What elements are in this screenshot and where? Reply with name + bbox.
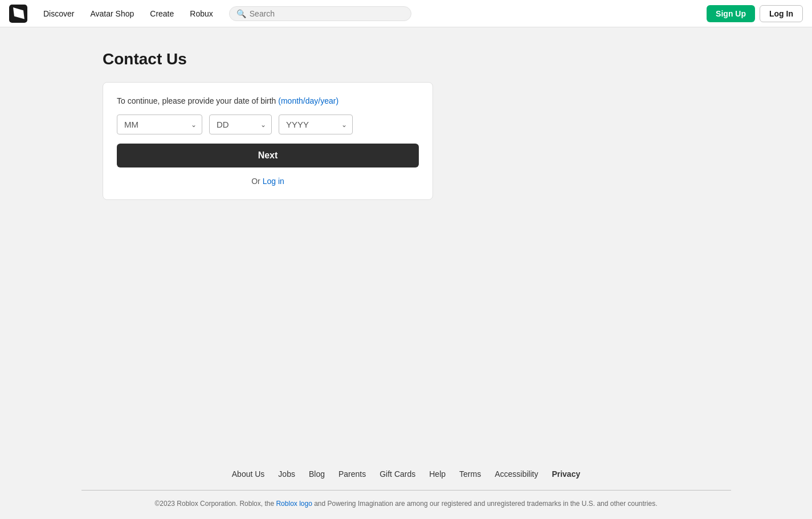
year-select[interactable]: YYYY 20232022 20152010 20052000 19951990… xyxy=(279,115,353,134)
day-select[interactable]: DD 010203 040506 070809 101112 131415 16… xyxy=(209,115,272,134)
main-content: Contact Us To continue, please provide y… xyxy=(0,27,812,451)
navbar: Discover Avatar Shop Create Robux 🔍 Sign… xyxy=(0,0,812,27)
footer-parents[interactable]: Parents xyxy=(338,469,366,479)
next-button[interactable]: Next xyxy=(117,144,419,167)
footer-terms[interactable]: Terms xyxy=(459,469,481,479)
card-description: To continue, please provide your date of… xyxy=(117,96,419,105)
description-text: To continue, please provide your date of… xyxy=(117,96,278,105)
search-icon: 🔍 xyxy=(236,9,246,18)
footer-gift-cards[interactable]: Gift Cards xyxy=(380,469,415,479)
nav-robux[interactable]: Robux xyxy=(183,6,219,22)
footer-divider xyxy=(81,490,731,491)
footer-links: About Us Jobs Blog Parents Gift Cards He… xyxy=(0,469,812,479)
nav-avatar-shop[interactable]: Avatar Shop xyxy=(83,6,141,22)
footer: About Us Jobs Blog Parents Gift Cards He… xyxy=(0,451,812,519)
contact-card: To continue, please provide your date of… xyxy=(103,82,433,200)
login-link[interactable]: Log in xyxy=(263,177,284,186)
footer-jobs[interactable]: Jobs xyxy=(278,469,295,479)
nav-discover[interactable]: Discover xyxy=(36,6,81,22)
roblox-logo[interactable] xyxy=(9,5,27,23)
month-select[interactable]: MM 01 02 03 04 05 06 07 08 09 10 11 12 xyxy=(117,115,202,134)
footer-about-us[interactable]: About Us xyxy=(232,469,265,479)
footer-help[interactable]: Help xyxy=(429,469,446,479)
dob-row: MM 01 02 03 04 05 06 07 08 09 10 11 12 ⌄ xyxy=(117,115,419,134)
navbar-actions: Sign Up Log In xyxy=(707,5,803,22)
nav-create[interactable]: Create xyxy=(143,6,181,22)
footer-accessibility[interactable]: Accessibility xyxy=(495,469,538,479)
copyright-end: and Powering Imagination are among our r… xyxy=(312,500,658,508)
copyright-text: ©2023 Roblox Corporation. Roblox, the xyxy=(154,500,276,508)
or-text: Or xyxy=(251,177,262,186)
footer-blog[interactable]: Blog xyxy=(309,469,325,479)
login-button[interactable]: Log In xyxy=(760,5,803,22)
day-wrapper: DD 010203 040506 070809 101112 131415 16… xyxy=(209,115,272,134)
search-bar[interactable]: 🔍 xyxy=(229,6,411,21)
page-title: Contact Us xyxy=(103,50,812,68)
year-wrapper: YYYY 20232022 20152010 20052000 19951990… xyxy=(279,115,353,134)
or-login-text: Or Log in xyxy=(117,177,419,186)
month-wrapper: MM 01 02 03 04 05 06 07 08 09 10 11 12 ⌄ xyxy=(117,115,202,134)
roblox-logo-link[interactable]: Roblox logo xyxy=(276,500,312,508)
signup-button[interactable]: Sign Up xyxy=(707,5,755,22)
search-input[interactable] xyxy=(250,9,404,18)
footer-privacy[interactable]: Privacy xyxy=(552,469,580,479)
description-highlight: (month/day/year) xyxy=(278,96,338,105)
nav-links: Discover Avatar Shop Create Robux xyxy=(36,6,220,22)
footer-copyright: ©2023 Roblox Corporation. Roblox, the Ro… xyxy=(0,500,812,508)
